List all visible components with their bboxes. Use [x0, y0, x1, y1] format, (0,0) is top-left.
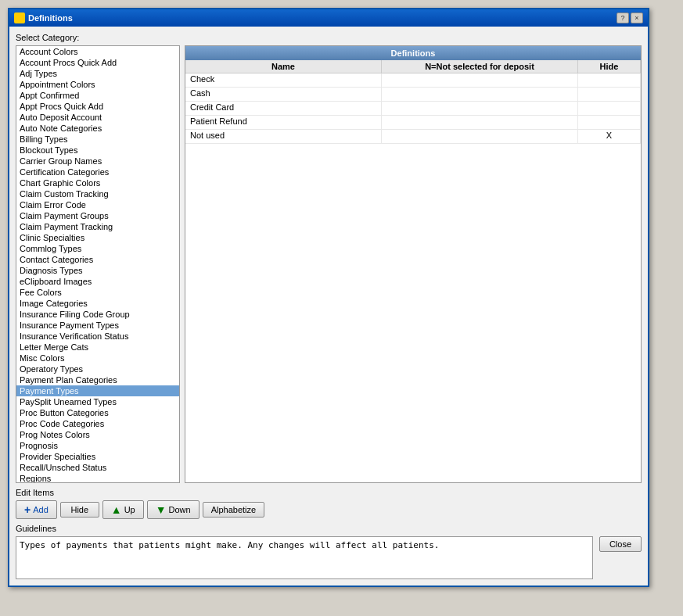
alphabetize-button[interactable]: Alphabetize — [203, 502, 265, 518]
guidelines-section: Guidelines Close — [16, 524, 642, 579]
title-bar-controls: ? × — [616, 13, 643, 23]
close-btn-area: Close — [599, 536, 642, 552]
category-list-item[interactable]: Operatory Types — [16, 364, 179, 374]
category-list-item[interactable]: Recall/Unsched Status — [16, 462, 179, 473]
category-list-item[interactable]: Auto Note Categories — [16, 123, 179, 134]
add-button[interactable]: + Add — [16, 500, 57, 519]
category-list-item[interactable]: Claim Error Code — [16, 199, 179, 210]
category-list-item[interactable]: Misc Colors — [16, 353, 179, 364]
category-list-item[interactable]: Account Procs Quick Add — [16, 57, 179, 68]
up-button[interactable]: ▲ Up — [102, 500, 144, 519]
category-list-item[interactable]: Proc Code Categories — [16, 418, 179, 429]
category-list-item[interactable]: Certification Categories — [16, 167, 179, 177]
definitions-panel: Definitions Name N=Not selected for depo… — [185, 45, 642, 483]
edit-items-label: Edit Items — [16, 488, 642, 497]
definitions-header: Definitions — [185, 46, 641, 60]
cell-hide — [578, 116, 641, 129]
down-button[interactable]: ▼ Down — [147, 500, 200, 519]
definitions-window: Definitions ? × Select Category: Account… — [8, 8, 649, 587]
category-list-item[interactable]: Provider Specialties — [16, 451, 179, 462]
window-content: Select Category: Account ColorsAccount P… — [9, 27, 648, 586]
category-list-item[interactable]: Adj Types — [16, 68, 179, 79]
cell-name: Patient Refund — [185, 116, 382, 129]
category-list-item[interactable]: Insurance Filing Code Group — [16, 309, 179, 320]
close-window-button[interactable]: × — [631, 13, 643, 23]
category-list-item[interactable]: Fee Colors — [16, 287, 179, 298]
title-bar-left: Definitions — [14, 13, 73, 23]
col-name: Name — [185, 60, 382, 73]
down-label: Down — [169, 505, 191, 514]
main-layout: Account ColorsAccount Procs Quick AddAdj… — [16, 45, 642, 483]
cell-deposit — [382, 116, 578, 129]
category-list-item[interactable]: Appt Procs Quick Add — [16, 101, 179, 112]
up-arrow-icon: ▲ — [111, 503, 122, 516]
col-hide: Hide — [578, 60, 641, 73]
category-list-item[interactable]: Insurance Verification Status — [16, 331, 179, 342]
table-row[interactable]: Not usedX — [185, 130, 641, 144]
select-category-label: Select Category: — [16, 33, 642, 42]
category-list-item[interactable]: Payment Types — [16, 385, 179, 396]
cell-deposit — [382, 130, 578, 143]
title-bar: Definitions ? × — [9, 9, 648, 27]
category-list-item[interactable]: Regions — [16, 473, 179, 482]
add-label: Add — [33, 505, 49, 514]
guidelines-label: Guidelines — [16, 524, 642, 533]
category-list-item[interactable]: Claim Custom Tracking — [16, 188, 179, 199]
definitions-body[interactable]: CheckCashCredit CardPatient RefundNot us… — [185, 73, 641, 482]
category-list-item[interactable]: Appointment Colors — [16, 79, 179, 90]
category-list-item[interactable]: eClipboard Images — [16, 276, 179, 287]
category-list-item[interactable]: Proc Button Categories — [16, 407, 179, 418]
down-arrow-icon: ▼ — [156, 503, 167, 516]
category-list-item[interactable]: Insurance Payment Types — [16, 320, 179, 331]
cell-deposit — [382, 73, 578, 87]
guidelines-content: Close — [16, 536, 642, 579]
hide-button[interactable]: Hide — [60, 502, 99, 518]
category-list-item[interactable]: Clinic Specialties — [16, 232, 179, 243]
cell-name: Check — [185, 73, 382, 87]
cell-hide: X — [578, 130, 641, 143]
category-list-item[interactable]: Billing Types — [16, 134, 179, 145]
category-list-item[interactable]: Claim Payment Tracking — [16, 221, 179, 232]
category-list-item[interactable]: Account Colors — [16, 46, 179, 57]
category-list-item[interactable]: PaySplit Unearned Types — [16, 396, 179, 407]
cell-hide — [578, 102, 641, 115]
category-list-item[interactable]: Blockout Types — [16, 145, 179, 156]
category-list-item[interactable]: Payment Plan Categories — [16, 374, 179, 385]
category-list-item[interactable]: Chart Graphic Colors — [16, 177, 179, 188]
plus-icon: + — [24, 503, 31, 516]
cell-name: Cash — [185, 88, 382, 101]
table-row[interactable]: Check — [185, 73, 641, 88]
edit-buttons: + Add Hide ▲ Up ▼ Down Alphabetize — [16, 500, 642, 519]
category-list-item[interactable]: Letter Merge Cats — [16, 342, 179, 353]
cell-hide — [578, 88, 641, 101]
category-list-item[interactable]: Appt Confirmed — [16, 90, 179, 101]
definitions-icon — [14, 13, 25, 23]
category-list-item[interactable]: Auto Deposit Account — [16, 112, 179, 123]
col-deposit: N=Not selected for deposit — [382, 60, 578, 73]
cell-deposit — [382, 102, 578, 115]
category-list-item[interactable]: Commlog Types — [16, 243, 179, 254]
table-row[interactable]: Patient Refund — [185, 116, 641, 130]
table-row[interactable]: Credit Card — [185, 102, 641, 116]
category-list-item[interactable]: Prog Notes Colors — [16, 429, 179, 440]
category-list[interactable]: Account ColorsAccount Procs Quick AddAdj… — [16, 46, 179, 482]
window-title: Definitions — [28, 13, 73, 23]
category-list-panel: Account ColorsAccount Procs Quick AddAdj… — [16, 45, 180, 483]
category-list-item[interactable]: Carrier Group Names — [16, 156, 179, 167]
category-list-item[interactable]: Contact Categories — [16, 254, 179, 265]
column-headers: Name N=Not selected for deposit Hide — [185, 60, 641, 73]
category-list-item[interactable]: Prognosis — [16, 440, 179, 451]
cell-hide — [578, 73, 641, 87]
cell-name: Not used — [185, 130, 382, 143]
cell-name: Credit Card — [185, 102, 382, 115]
close-button[interactable]: Close — [599, 536, 642, 552]
table-row[interactable]: Cash — [185, 88, 641, 102]
category-list-item[interactable]: Claim Payment Groups — [16, 210, 179, 221]
category-list-item[interactable]: Image Categories — [16, 298, 179, 309]
guidelines-textarea[interactable] — [16, 536, 593, 579]
help-button[interactable]: ? — [616, 13, 629, 23]
edit-items-section: Edit Items + Add Hide ▲ Up ▼ Down Alphab… — [16, 488, 642, 519]
up-label: Up — [124, 505, 135, 514]
cell-deposit — [382, 88, 578, 101]
category-list-item[interactable]: Diagnosis Types — [16, 265, 179, 276]
